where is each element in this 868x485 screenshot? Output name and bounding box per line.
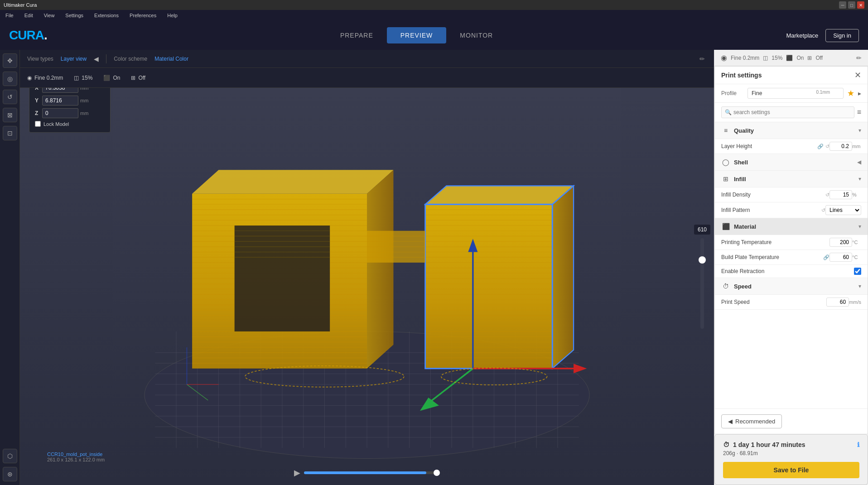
tab-prepare[interactable]: PREPARE	[327, 27, 387, 43]
quality-section-header[interactable]: ≡ Quality ▾	[715, 122, 868, 139]
speed-section-header[interactable]: ⏱ Speed ▾	[715, 278, 868, 295]
shell-section-title: Shell	[734, 159, 857, 166]
maximize-button[interactable]: □	[848, 1, 855, 9]
slider-value: 610	[694, 225, 710, 235]
menu-extensions[interactable]: Extensions	[92, 12, 121, 19]
quality-profile-item[interactable]: ◉ Fine 0.2mm	[27, 75, 63, 81]
material-section-header[interactable]: ⬛ Material ▾	[715, 218, 868, 235]
close-button[interactable]: ✕	[857, 1, 864, 9]
svg-marker-103	[552, 186, 574, 368]
separator	[106, 54, 106, 63]
build-plate-temp-unit: °C	[852, 255, 861, 260]
quality-infill-item[interactable]: ◫ 15%	[74, 75, 92, 81]
infill-profile-icon: ◫	[763, 55, 768, 61]
tool-move[interactable]: ✥	[3, 53, 17, 68]
prev-view-button[interactable]: ◀	[94, 55, 99, 62]
model-right	[425, 186, 574, 368]
tool-extra1[interactable]: ⬡	[3, 449, 17, 463]
infill-section-header[interactable]: ⊞ Infill ▾	[715, 171, 868, 187]
tool-extra2[interactable]: ⊛	[3, 467, 17, 481]
quality-adhesion-item[interactable]: ⊞ Off	[131, 75, 145, 81]
infill-pattern-reset-icon[interactable]: ↺	[821, 207, 825, 213]
reset-icon[interactable]: ↺	[825, 144, 829, 149]
build-plate-link-icon[interactable]: 🔗	[823, 255, 829, 260]
infill-reset-icon[interactable]: ↺	[825, 192, 829, 198]
canvas-area[interactable]: View types Layer view ◀ Color scheme Mat…	[20, 50, 714, 485]
signin-button[interactable]: Sign in	[825, 29, 859, 42]
infill-density-unit: %	[852, 192, 861, 197]
tool-mirror[interactable]: ⊠	[3, 108, 17, 122]
color-scheme-value[interactable]: Material Color	[154, 56, 188, 62]
info-icon[interactable]: ℹ	[857, 441, 859, 448]
viewport[interactable]: ◉ Fine 0.2mm ◫ 15% ⬛ On ⊞ Off	[20, 68, 714, 485]
timeline-thumb[interactable]	[434, 470, 440, 476]
menubar: File Edit View Settings Extensions Prefe…	[0, 10, 868, 21]
slider-track[interactable]	[700, 238, 704, 329]
tab-preview[interactable]: PREVIEW	[387, 27, 447, 43]
profile-chevron-icon[interactable]: ▸	[858, 90, 861, 97]
adhesion-profile-val: Off	[815, 55, 823, 61]
quality-section-icon: ≡	[721, 126, 730, 135]
recommended-label: Recommended	[735, 418, 775, 425]
print-settings-title: Print settings	[721, 72, 762, 79]
infill-pattern-select[interactable]: Lines Grid Triangles	[825, 205, 861, 215]
recommended-button[interactable]: ◀ Recommended	[721, 414, 782, 428]
slider-thumb[interactable]	[699, 256, 706, 264]
recommended-chevron-icon: ◀	[728, 418, 733, 425]
build-plate-temp-input[interactable]	[829, 253, 852, 262]
support-profile-icon: ⬛	[786, 55, 793, 61]
tab-monitor[interactable]: MONITOR	[446, 27, 506, 43]
quality-support-item[interactable]: ⬛ On	[103, 75, 120, 81]
shell-section-icon: ◯	[721, 158, 730, 167]
layer-slider[interactable]: 610	[694, 225, 710, 329]
material-section-title: Material	[734, 223, 858, 230]
shell-section-header[interactable]: ◯ Shell ◀	[715, 154, 868, 171]
material-section-icon: ⬛	[721, 222, 730, 231]
print-settings-close[interactable]: ✕	[854, 71, 861, 79]
titlebar: Ultimaker Cura ─ □ ✕	[0, 0, 868, 10]
infill-icon: ◫	[74, 75, 79, 81]
menu-settings[interactable]: Settings	[63, 12, 85, 19]
right-panel: ◉ Fine 0.2mm ◫ 15% ⬛ On ⊞ Off ✏ Print se…	[714, 50, 868, 485]
print-speed-input[interactable]	[826, 298, 849, 307]
titlebar-controls: ─ □ ✕	[839, 1, 864, 9]
enable-retraction-checkbox[interactable]	[854, 268, 861, 275]
canvas-toolbar: View types Layer view ◀ Color scheme Mat…	[20, 50, 714, 68]
timeline-fill	[304, 471, 426, 474]
menu-preferences[interactable]: Preferences	[128, 12, 158, 19]
settings-filter-button[interactable]: ≡	[857, 108, 861, 116]
left-toolbar: ✥ ◎ ↺ ⊠ ⊡ ⬡ ⊛	[0, 50, 20, 485]
tool-support[interactable]: ⊡	[3, 126, 17, 140]
menu-edit[interactable]: Edit	[23, 12, 35, 19]
menu-help[interactable]: Help	[165, 12, 179, 19]
layer-height-input[interactable]	[829, 142, 852, 151]
tool-scale[interactable]: ◎	[3, 72, 17, 86]
save-to-file-button[interactable]: Save to File	[723, 462, 859, 478]
z-input[interactable]	[42, 108, 78, 118]
profile-star-icon[interactable]: ★	[847, 88, 854, 98]
lock-model-row: Lock Model	[35, 121, 105, 127]
y-input[interactable]	[42, 96, 78, 106]
timeline[interactable]	[304, 471, 440, 474]
z-unit: mm	[80, 110, 88, 116]
build-plate-temp-row: Build Plate Temperature 🔗 °C	[715, 250, 868, 265]
search-input[interactable]	[721, 106, 854, 118]
recommended-section: ◀ Recommended	[715, 408, 868, 434]
paint-icon[interactable]: ✏	[698, 53, 707, 64]
infill-density-input[interactable]	[829, 190, 852, 199]
printing-temp-input[interactable]	[829, 238, 852, 247]
menu-view[interactable]: View	[42, 12, 57, 19]
print-speed-row: Print Speed mm/s	[715, 295, 868, 310]
z-label: Z	[35, 110, 42, 116]
tool-rotate[interactable]: ↺	[3, 90, 17, 104]
paint-settings-button[interactable]: ✏	[856, 54, 862, 62]
marketplace-button[interactable]: Marketplace	[786, 32, 818, 39]
minimize-button[interactable]: ─	[839, 1, 846, 9]
play-button[interactable]: ▶	[294, 468, 300, 478]
menu-file[interactable]: File	[4, 12, 15, 19]
lock-model-checkbox[interactable]	[35, 121, 41, 127]
link-icon[interactable]: 🔗	[817, 144, 824, 149]
logo-dot: .	[44, 28, 47, 42]
view-types-value[interactable]: Layer view	[61, 56, 87, 62]
profile-selector-row: Profile 0.1mm ★ ▸	[715, 84, 868, 103]
